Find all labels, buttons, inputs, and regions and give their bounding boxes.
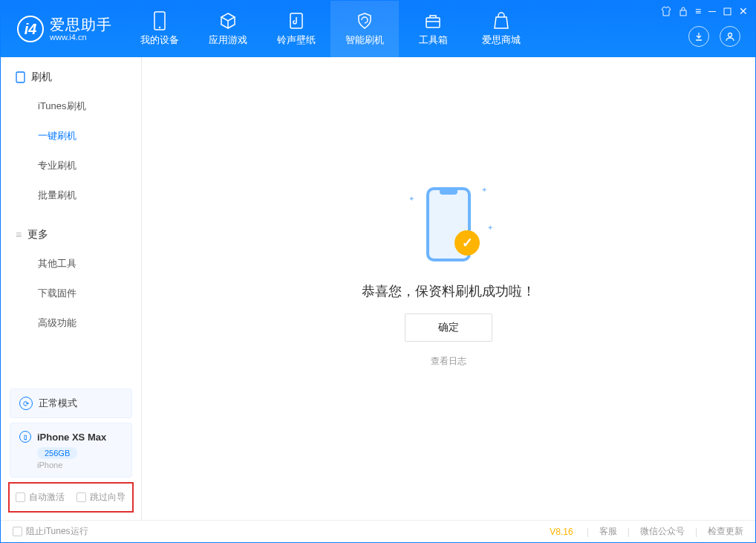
nav-label: 爱思商城 xyxy=(482,33,521,47)
lock-icon[interactable] xyxy=(679,5,688,17)
nav-my-device[interactable]: 我的设备 xyxy=(126,1,194,57)
nav-label: 铃声壁纸 xyxy=(277,33,316,47)
check-update-link[interactable]: 检查更新 xyxy=(708,525,743,538)
sidebar-item-itunes-flash[interactable]: iTunes刷机 xyxy=(1,91,141,121)
logo-icon: i4 xyxy=(17,16,44,42)
sidebar-item-other-tools[interactable]: 其他工具 xyxy=(1,249,141,279)
view-log-link[interactable]: 查看日志 xyxy=(431,355,466,368)
sparkle-icon: ✦ xyxy=(487,224,493,232)
toolbox-icon xyxy=(424,11,442,30)
app-name: 爱思助手 xyxy=(50,16,112,33)
refresh-shield-icon xyxy=(356,11,374,30)
device-storage: 256GB xyxy=(37,447,77,459)
checkbox-icon xyxy=(16,492,25,502)
sidebar-section-more: ≡ 更多 xyxy=(1,228,141,249)
close-icon[interactable]: ✕ xyxy=(739,5,748,17)
user-icon[interactable] xyxy=(720,26,740,47)
device-name: iPhone XS Max xyxy=(37,432,106,443)
device-icon xyxy=(16,71,25,83)
device-info[interactable]: ▯ iPhone XS Max 256GB iPhone xyxy=(10,423,132,478)
cube-icon xyxy=(219,11,237,30)
svg-rect-3 xyxy=(426,18,440,27)
wechat-link[interactable]: 微信公众号 xyxy=(640,525,685,538)
minimize-icon[interactable]: ─ xyxy=(708,5,716,17)
logo: i4 爱思助手 www.i4.cn xyxy=(1,16,126,42)
maximize-icon[interactable] xyxy=(723,5,731,17)
nav-flash[interactable]: 智能刷机 xyxy=(330,1,399,57)
svg-rect-5 xyxy=(724,8,731,15)
nav-label: 应用游戏 xyxy=(209,33,247,47)
list-icon: ≡ xyxy=(16,229,22,241)
sidebar-item-oneclick-flash[interactable]: 一键刷机 xyxy=(1,121,141,151)
checkbox-block-itunes[interactable]: 阻止iTunes运行 xyxy=(13,525,88,538)
status-bar: 阻止iTunes运行 V8.16 | 客服 | 微信公众号 | 检查更新 xyxy=(1,520,755,542)
phone-icon xyxy=(153,11,166,30)
sparkle-icon: ✦ xyxy=(408,195,414,203)
main-nav: 我的设备 应用游戏 铃声壁纸 智能刷机 工具箱 爱思商城 xyxy=(126,1,535,57)
menu-icon[interactable]: ≡ xyxy=(695,5,701,17)
sidebar-item-batch-flash[interactable]: 批量刷机 xyxy=(1,181,141,210)
shirt-icon[interactable] xyxy=(661,5,671,17)
mode-icon: ⟳ xyxy=(19,397,33,410)
checkbox-icon xyxy=(13,527,22,536)
nav-label: 工具箱 xyxy=(419,33,448,47)
bag-icon xyxy=(493,11,509,30)
support-link[interactable]: 客服 xyxy=(599,525,617,538)
sidebar: 刷机 iTunes刷机 一键刷机 专业刷机 批量刷机 ≡ 更多 其他工具 下载固… xyxy=(1,57,142,520)
svg-point-1 xyxy=(159,27,160,28)
checkbox-skip-guide[interactable]: 跳过向导 xyxy=(76,491,126,504)
download-icon[interactable] xyxy=(688,26,709,47)
nav-label: 我的设备 xyxy=(140,33,179,47)
sidebar-item-advanced[interactable]: 高级功能 xyxy=(1,308,141,338)
sidebar-item-pro-flash[interactable]: 专业刷机 xyxy=(1,151,141,181)
sidebar-item-download-firmware[interactable]: 下载固件 xyxy=(1,279,141,308)
nav-toolbox[interactable]: 工具箱 xyxy=(399,1,467,57)
nav-ringtones[interactable]: 铃声壁纸 xyxy=(262,1,330,57)
main-content: ✦ ✦ ✦ ✓ 恭喜您，保资料刷机成功啦！ 确定 查看日志 xyxy=(142,57,755,520)
checkbox-auto-activate[interactable]: 自动激活 xyxy=(16,491,65,504)
version-label: V8.16 xyxy=(550,527,573,537)
success-message: 恭喜您，保资料刷机成功啦！ xyxy=(362,282,535,300)
window-controls: ≡ ─ ✕ xyxy=(661,5,748,17)
svg-rect-7 xyxy=(16,72,25,82)
app-header: i4 爱思助手 www.i4.cn 我的设备 应用游戏 铃声壁纸 智能刷机 工具… xyxy=(1,1,755,57)
nav-store[interactable]: 爱思商城 xyxy=(467,1,535,57)
success-illustration: ✦ ✦ ✦ ✓ xyxy=(404,180,493,269)
check-badge-icon: ✓ xyxy=(454,230,480,256)
device-mode[interactable]: ⟳ 正常模式 xyxy=(10,388,132,418)
phone-small-icon: ▯ xyxy=(19,431,31,443)
checkbox-icon xyxy=(76,492,86,502)
device-type: iPhone xyxy=(37,461,123,469)
sparkle-icon: ✦ xyxy=(481,186,487,194)
nav-label: 智能刷机 xyxy=(345,33,384,47)
music-file-icon xyxy=(288,11,304,30)
sidebar-section-flash: 刷机 xyxy=(1,71,141,91)
svg-rect-4 xyxy=(680,10,686,16)
flash-options-highlight: 自动激活 跳过向导 xyxy=(8,482,134,513)
header-actions xyxy=(688,26,740,47)
svg-point-6 xyxy=(729,33,732,37)
app-url: www.i4.cn xyxy=(50,33,112,42)
nav-apps[interactable]: 应用游戏 xyxy=(194,1,262,57)
ok-button[interactable]: 确定 xyxy=(405,313,492,342)
